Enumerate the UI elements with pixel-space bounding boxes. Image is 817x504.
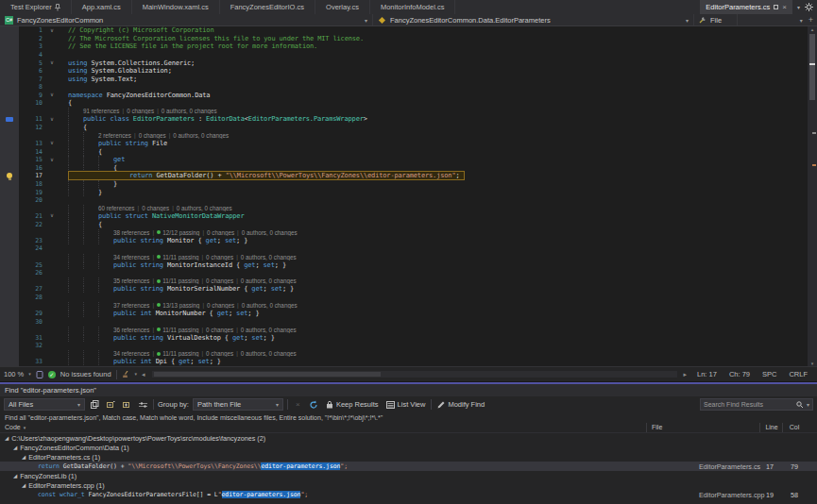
line-number[interactable]: 8 [19,83,47,91]
codelens-row[interactable]: 60 references|0 changes|0 authors, 0 cha… [0,204,808,212]
expanded-triangle-icon[interactable]: ◢ [13,473,17,479]
code-row[interactable]: 1∨// Copyright (c) Microsoft Corporation [0,26,808,35]
line-number[interactable]: 22 [19,221,47,228]
scroll-down-icon[interactable]: ▾ [808,361,817,366]
cleanup-chevron-down-icon[interactable]: ▾ [135,372,138,377]
line-number[interactable]: 33 [19,358,47,365]
code-row[interactable]: 4 [0,51,808,59]
line-number[interactable]: 5 [19,59,47,67]
glyph-margin[interactable] [0,221,19,229]
glyph-margin[interactable] [0,277,19,285]
horizontal-scrollbar[interactable] [152,371,677,378]
line-number[interactable]: 13 [19,140,47,147]
fold-chevron-icon[interactable]: ∨ [47,158,57,163]
glyph-margin[interactable] [0,147,19,156]
column-divider[interactable] [646,423,647,432]
glyph-margin[interactable] [0,140,19,148]
line-content[interactable]: public string VirtualDesktop { get; set;… [57,334,808,342]
glyph-margin[interactable] [0,358,19,366]
codelens-row[interactable]: 37 references|13/13 passing|0 changes|0 … [0,301,808,310]
glyph-margin[interactable] [0,83,19,92]
result-group-row[interactable]: ◢C:\Users\zhaopengwang\Desktop\powertoys… [0,433,817,443]
line-content[interactable]: public string MonitorSerialNumber { get;… [57,285,808,293]
chevron-down-icon[interactable]: ▾ [800,17,803,24]
line-content[interactable]: 35 references|11/11 passing|0 changes|0 … [57,277,808,284]
code-cleanup-icon[interactable] [122,371,130,378]
code-row[interactable]: 32 [0,342,808,350]
code-row[interactable]: 17return GetDataFolder() + "\\Microsoft\… [0,172,808,180]
line-content[interactable]: get [57,156,808,163]
collapse-all-icon[interactable] [105,398,117,411]
line-content[interactable]: { [57,221,808,228]
glyph-margin[interactable] [0,59,19,67]
keep-results-button[interactable]: Keep Results [324,400,381,409]
line-number[interactable]: 17 [19,172,47,179]
codelens-text[interactable]: 35 references|11/11 passing|0 changes|0 … [113,277,297,284]
code-row[interactable]: 2// The Microsoft Corporation licenses t… [0,35,808,43]
glyph-margin[interactable] [0,260,19,269]
scroll-left-icon[interactable]: ◂ [142,371,145,378]
line-number[interactable]: 24 [19,244,47,252]
result-group-row[interactable]: ◢FancyZonesEditorCommon\Data (1) [0,443,817,452]
tab-list-chevron-down-icon[interactable]: ▾ [797,5,800,10]
line-number[interactable]: 15 [19,156,47,163]
column-header-col[interactable]: Col [784,424,805,430]
code-row[interactable]: 24 [0,244,808,253]
line-content[interactable]: { [57,99,808,107]
codelens-text[interactable]: 60 references|0 changes|0 authors, 0 cha… [98,205,232,211]
result-group-row[interactable]: ◢FancyZonesLib (1) [0,471,817,480]
glyph-margin[interactable] [0,228,19,237]
glyph-margin[interactable] [0,67,19,76]
line-number[interactable]: 16 [19,164,47,172]
glyph-margin[interactable] [0,326,19,334]
line-number[interactable]: 6 [19,67,47,75]
glyph-margin[interactable] [0,108,19,116]
glyph-margin[interactable] [0,42,19,51]
copy-results-icon[interactable] [89,398,101,411]
result-match-row[interactable]: return GetDataFolder() + "\\Microsoft\\P… [0,462,817,471]
line-content[interactable]: 36 references|11/11 passing|0 changes|0 … [57,327,808,333]
line-content[interactable]: 91 references|0 changes|0 authors, 0 cha… [57,108,808,114]
line-content[interactable]: { [57,124,808,131]
glyph-margin[interactable] [0,124,19,132]
member-dropdown[interactable]: File [694,14,738,25]
line-content[interactable]: // See the LICENSE file in the project r… [57,42,808,50]
glyph-margin[interactable] [0,115,19,124]
refresh-icon[interactable] [308,398,320,411]
line-content[interactable]: public struct NativeMonitorDataWrapper [57,212,808,220]
line-number[interactable]: 32 [19,342,47,349]
glyph-margin[interactable] [0,188,19,196]
code-row[interactable]: 10{ [0,99,808,108]
tab-editorparameters-cs[interactable]: EditorParameters.cs × [700,0,792,14]
line-number[interactable]: 23 [19,237,47,244]
lightbulb-icon[interactable] [7,173,12,178]
code-row[interactable]: 5∨using System.Collections.Generic; [0,59,808,67]
line-number[interactable]: 18 [19,180,47,188]
code-row[interactable]: 13∨public string File [0,140,808,148]
glyph-margin[interactable] [0,51,19,59]
glyph-margin[interactable] [0,180,19,189]
tab-app-xaml-cs[interactable]: App.xaml.cs [72,0,132,14]
column-divider[interactable] [782,423,783,432]
code-row[interactable]: 22{ [0,221,808,229]
glyph-margin[interactable] [0,92,19,100]
glyph-margin[interactable] [0,204,19,212]
scroll-right-icon[interactable]: ▸ [684,371,688,378]
glyph-margin[interactable] [0,301,19,310]
column-header-file[interactable]: File [652,424,662,430]
tab-mainwindow-xaml-cs[interactable]: MainWindow.xaml.cs [132,0,220,14]
code-row[interactable]: 21∨public struct NativeMonitorDataWrappe… [0,212,808,221]
line-content[interactable]: public string MonitorInstanceId { get; s… [57,261,808,269]
line-number[interactable]: 9 [19,92,47,99]
code-row[interactable]: 29public int MonitorNumber { get; set; } [0,310,808,318]
expanded-triangle-icon[interactable]: ◢ [5,435,9,441]
line-number[interactable]: 26 [19,269,47,277]
codelens-text[interactable]: 91 references|0 changes|0 authors, 0 cha… [83,108,217,114]
line-content[interactable]: 60 references|0 changes|0 authors, 0 cha… [57,205,808,211]
codelens-text[interactable]: 37 references|13/13 passing|0 changes|0 … [113,302,298,309]
codelens-text[interactable]: 34 references|11/11 passing|0 changes|0 … [113,350,297,357]
fold-chevron-icon[interactable]: ∨ [47,28,57,34]
expanded-triangle-icon[interactable]: ◢ [22,454,26,460]
code-editor[interactable]: 1∨// Copyright (c) Microsoft Corporation… [0,26,817,366]
fold-chevron-icon[interactable]: ∨ [47,60,57,66]
